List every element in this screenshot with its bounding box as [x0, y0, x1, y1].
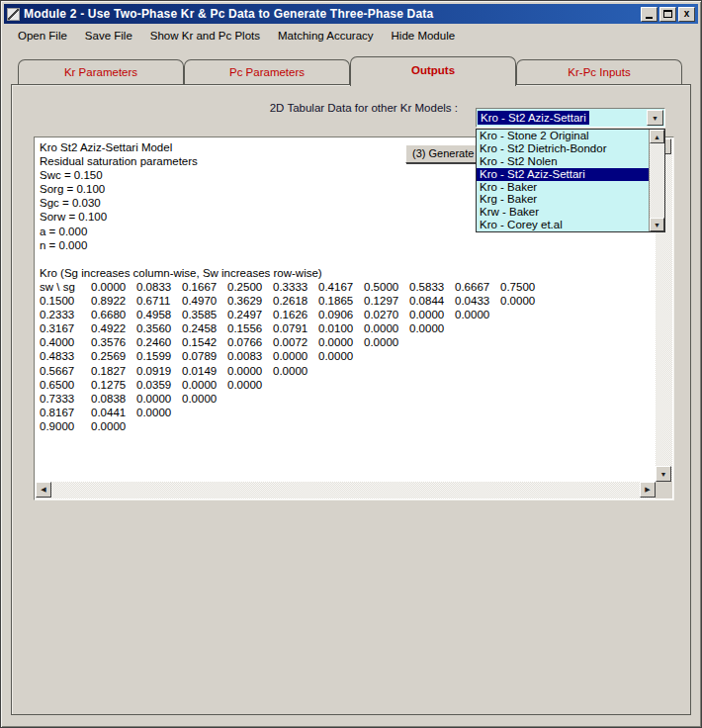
matrix-kro-value: 0.0433	[455, 294, 500, 308]
matrix-kro-value: 0.0919	[136, 364, 182, 378]
matrix-kro-value: 0.2460	[136, 335, 182, 349]
dropdown-scroll-down-icon[interactable]: ▼	[650, 218, 664, 231]
matrix-kro-value: 0.3560	[136, 321, 182, 335]
horizontal-scrollbar[interactable]: ◀ ▶	[36, 482, 656, 499]
menu-bar: Open FileSave FileShow Kr and Pc PlotsMa…	[4, 25, 698, 46]
close-icon: x	[684, 9, 690, 19]
matrix-kro-value: 0.4958	[136, 308, 182, 321]
matrix-kro-value: 0.1599	[136, 349, 182, 363]
matrix-row: 0.81670.04410.0000	[40, 406, 652, 419]
generate-tabular-data-button[interactable]: (3) Generate	[405, 144, 479, 163]
menu-item-show-kr-and-pc-plots[interactable]: Show Kr and Pc Plots	[141, 28, 269, 44]
matrix-kro-value: 0.0791	[273, 321, 318, 335]
matrix-kro-value: 0.0000	[136, 392, 182, 406]
dropdown-option[interactable]: Kro - St2 Nolen	[477, 155, 664, 168]
matrix-kro-value: 0.1542	[182, 335, 227, 349]
dropdown-scrollbar[interactable]: ▲ ▼	[649, 130, 664, 231]
matrix-sg-value: 0.3333	[273, 280, 318, 294]
matrix-kro-value: 0.3585	[182, 308, 227, 321]
dropdown-option[interactable]: Kro - Corey et.al	[477, 219, 664, 231]
matrix-kro-value: 0.0000	[273, 364, 318, 378]
matrix-kro-value: 0.2458	[182, 321, 227, 335]
scroll-right-icon[interactable]: ▶	[640, 482, 656, 498]
matrix-kro-value: 0.1275	[91, 378, 136, 392]
title-bar[interactable]: Module 2 - Use Two-Phase Kr & Pc Data to…	[4, 4, 698, 24]
matrix-kro-value: 0.0000	[227, 378, 273, 392]
kr-models-dropdown-value: Kro - St2 Aziz-Settari	[478, 111, 589, 125]
tab-pc-parameters[interactable]: Pc Parameters	[184, 59, 350, 85]
matrix-kro-value: 0.0000	[364, 335, 409, 349]
menu-item-save-file[interactable]: Save File	[76, 28, 141, 44]
matrix-kro-value: 0.0072	[273, 335, 318, 349]
matrix-kro-value: 0.3576	[91, 335, 136, 349]
matrix-row: 0.90000.0000	[40, 419, 652, 433]
menu-item-hide-module[interactable]: Hide Module	[383, 28, 465, 44]
tab-kr-parameters[interactable]: Kr Parameters	[18, 59, 184, 85]
maximize-button[interactable]	[659, 7, 676, 22]
kr-models-dropdown[interactable]: Kro - St2 Aziz-Settari ▼	[476, 108, 665, 128]
kr-models-dropdown-list: Kro - Stone 2 OriginalKro - St2 Dietrich…	[476, 129, 665, 232]
matrix-sw-value: 0.8167	[40, 406, 91, 419]
matrix-sw-value: 0.3167	[40, 321, 91, 335]
matrix-sw-value: 0.2333	[40, 308, 91, 321]
kr-models-dropdown-label: 2D Tabular Data for other Kr Models :	[226, 102, 458, 114]
matrix-sw-value: 0.6500	[40, 378, 91, 392]
matrix-sw-value: 0.7333	[40, 392, 91, 406]
matrix-kro-value: 0.0083	[227, 349, 273, 363]
matrix-kro-value: 0.3629	[227, 294, 273, 308]
scroll-left-icon[interactable]: ◀	[36, 482, 51, 498]
matrix-kro-value: 0.0000	[136, 406, 182, 419]
matrix-kro-value: 0.0844	[409, 294, 455, 308]
matrix-kro-value: 0.2569	[91, 349, 136, 363]
chevron-down-icon[interactable]: ▼	[647, 110, 663, 126]
matrix-kro-value: 0.0000	[500, 294, 546, 308]
matrix-sw-value: 0.4000	[40, 335, 91, 349]
matrix-sw-value: 0.9000	[40, 419, 91, 433]
matrix-kro-value: 0.6711	[136, 294, 182, 308]
dropdown-option[interactable]: Kro - St2 Aziz-Settari	[477, 168, 664, 181]
matrix-kro-value: 0.0766	[227, 335, 273, 349]
matrix-kro-value: 0.0000	[409, 321, 455, 335]
module2-window: Module 2 - Use Two-Phase Kr & Pc Data to…	[0, 0, 702, 728]
dropdown-option[interactable]: Krw - Baker	[477, 206, 664, 219]
matrix-sg-value: 0.5833	[409, 280, 455, 294]
dropdown-option[interactable]: Kro - Stone 2 Original	[477, 130, 664, 142]
matrix-kro-value: 0.0000	[182, 392, 227, 406]
menu-item-open-file[interactable]: Open File	[9, 28, 76, 44]
dropdown-option[interactable]: Krg - Baker	[477, 193, 664, 206]
matrix-kro-value: 0.0441	[91, 406, 136, 419]
tab-outputs[interactable]: Outputs	[350, 56, 516, 86]
report-line: n = 0.000	[40, 238, 652, 252]
report-line	[40, 252, 652, 266]
matrix-kro-value: 0.0000	[318, 335, 364, 349]
minimize-button[interactable]	[641, 7, 658, 22]
dropdown-option[interactable]: Kro - Baker	[477, 181, 664, 194]
tab-kr-pc-inputs[interactable]: Kr-Pc Inputs	[516, 59, 682, 85]
matrix-row: 0.31670.49220.35600.24580.15560.07910.01…	[40, 321, 652, 335]
matrix-kro-value: 0.0100	[318, 321, 364, 335]
matrix-kro-value: 0.0149	[182, 364, 227, 378]
matrix-kro-value: 0.0000	[455, 308, 500, 321]
menu-item-matching-accuracy[interactable]: Matching Accuracy	[269, 28, 383, 44]
matrix-row: 0.73330.08380.00000.0000	[40, 392, 652, 406]
scroll-down-icon[interactable]: ▼	[656, 466, 671, 482]
matrix-row: 0.56670.18270.09190.01490.00000.0000	[40, 364, 652, 378]
dropdown-scroll-up-icon[interactable]: ▲	[650, 130, 664, 143]
matrix-kro-value: 0.6680	[91, 308, 136, 321]
matrix-sg-value: 0.5000	[364, 280, 409, 294]
matrix-sg-value: 0.4167	[318, 280, 364, 294]
matrix-kro-value: 0.1626	[273, 308, 318, 321]
matrix-row: 0.23330.66800.49580.35850.24970.16260.09…	[40, 308, 652, 321]
dropdown-option[interactable]: Kro - St2 Dietrich-Bondor	[477, 142, 664, 155]
matrix-sg-value: 0.6667	[455, 280, 500, 294]
report-line: Kro (Sg increases column-wise, Sw increa…	[40, 266, 652, 280]
matrix-kro-value: 0.0270	[364, 308, 409, 321]
matrix-kro-value: 0.0906	[318, 308, 364, 321]
matrix-kro-value: 0.0000	[182, 378, 227, 392]
close-button[interactable]: x	[678, 7, 695, 22]
matrix-kro-value: 0.4970	[182, 294, 227, 308]
matrix-kro-value: 0.1297	[364, 294, 409, 308]
matrix-kro-value: 0.0000	[91, 419, 136, 433]
matrix-row: 0.15000.89220.67110.49700.36290.26180.18…	[40, 294, 652, 308]
matrix-kro-value: 0.0000	[318, 349, 364, 363]
